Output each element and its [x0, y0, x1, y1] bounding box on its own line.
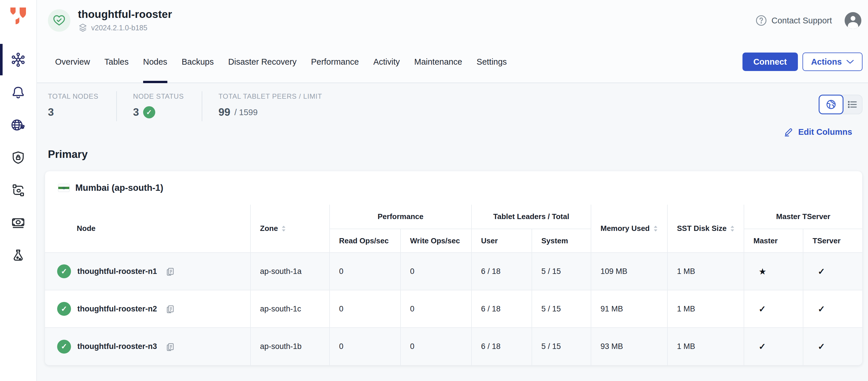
node-healthy-icon: ✓ [57, 302, 71, 316]
contact-support-label: Contact Support [771, 16, 832, 25]
tserver-check-icon: ✓ [803, 328, 862, 365]
user-tablets-cell: 6 / 18 [471, 328, 532, 365]
connect-button[interactable]: Connect [742, 53, 798, 71]
sidebar [0, 0, 37, 381]
col-header-tserver: TServer [803, 229, 862, 253]
tab-performance[interactable]: Performance [304, 41, 366, 83]
stat-label: NODE STATUS [133, 92, 184, 100]
pencil-icon [784, 127, 794, 137]
healthy-check-icon: ✓ [143, 106, 155, 118]
stat-value: 3 [133, 106, 139, 118]
tab-activity[interactable]: Activity [366, 41, 407, 83]
table-row[interactable]: ✓ thoughtful-rooster-n2 ap-sout [45, 290, 862, 328]
write-ops-cell: 0 [401, 328, 471, 365]
contact-support-link[interactable]: Contact Support [755, 14, 832, 27]
memory-used-cell: 91 MB [591, 290, 668, 328]
zone-cell: ap-south-1b [250, 328, 330, 365]
stat-limit: / 1599 [234, 108, 258, 117]
tab-tables[interactable]: Tables [97, 41, 136, 83]
col-header-master: Master [744, 229, 803, 253]
zone-cell: ap-south-1c [250, 290, 330, 328]
system-tablets-cell: 5 / 15 [532, 328, 591, 365]
india-flag-icon [58, 184, 69, 192]
globe-icon [826, 99, 837, 110]
col-header-node: Node [45, 205, 250, 253]
master-check-icon: ✓ [744, 328, 803, 365]
read-ops-cell: 0 [330, 253, 401, 290]
tserver-check-icon: ✓ [803, 290, 862, 328]
write-ops-cell: 0 [401, 253, 471, 290]
tab-settings[interactable]: Settings [469, 41, 514, 83]
table-row[interactable]: ✓ thoughtful-rooster-n3 ap-sout [45, 328, 862, 365]
edit-columns-button[interactable]: Edit Columns [784, 127, 852, 137]
col-group-tablet-leaders: Tablet Leaders / Total [471, 205, 591, 229]
sst-disk-size-cell: 1 MB [668, 328, 744, 365]
node-healthy-icon: ✓ [57, 340, 71, 354]
node-name: thoughtful-rooster-n3 [78, 342, 157, 351]
read-ops-cell: 0 [330, 328, 401, 365]
billing-icon [11, 215, 26, 230]
col-header-memory-label: Memory Used [600, 224, 650, 233]
zone-cell: ap-south-1a [250, 253, 330, 290]
sidebar-item-network[interactable] [0, 109, 36, 141]
actions-button-label: Actions [811, 57, 842, 67]
tab-overview[interactable]: Overview [48, 41, 97, 83]
chevron-down-icon [846, 59, 854, 64]
user-tablets-cell: 6 / 18 [471, 253, 532, 290]
question-circle-icon [755, 14, 767, 27]
stat-node-status: NODE STATUS 3 ✓ [133, 91, 202, 121]
table-row[interactable]: ✓ thoughtful-rooster-n1 ap-sout [45, 253, 862, 290]
layers-icon [78, 23, 88, 33]
memory-used-cell: 109 MB [591, 253, 668, 290]
list-view-button[interactable] [843, 95, 862, 114]
map-view-button[interactable] [819, 95, 843, 114]
col-header-sst-disk-size[interactable]: SST Disk Size [668, 205, 744, 253]
node-name: thoughtful-rooster-n1 [78, 267, 157, 276]
copy-icon[interactable] [165, 266, 176, 276]
stat-label: TOTAL TABLET PEERS / LIMIT [218, 92, 322, 100]
master-check-icon: ✓ [744, 290, 803, 328]
col-group-master-tserver: Master TServer [744, 205, 862, 229]
yugabyte-logo-icon[interactable] [10, 7, 27, 25]
tab-backups[interactable]: Backups [175, 41, 221, 83]
copy-icon[interactable] [165, 342, 176, 352]
col-header-memory-used[interactable]: Memory Used [591, 205, 668, 253]
stat-value: 3 [48, 106, 54, 118]
user-avatar[interactable] [845, 12, 861, 29]
stat-value: 99 [218, 106, 230, 118]
edit-columns-label: Edit Columns [798, 127, 852, 137]
col-header-zone[interactable]: Zone [250, 205, 330, 253]
tserver-check-icon: ✓ [803, 253, 862, 290]
sidebar-item-integrations[interactable] [0, 174, 36, 206]
tab-disaster-recovery[interactable]: Disaster Recovery [221, 41, 304, 83]
sort-icon [730, 225, 735, 232]
master-leader-star-icon: ★ [744, 253, 803, 290]
integrations-icon [11, 183, 26, 198]
col-group-performance: Performance [330, 205, 471, 229]
sidebar-item-alerts[interactable] [0, 76, 36, 109]
nodes-table: Node Zone Performance Tablet Leaders / T… [45, 205, 862, 365]
col-header-user: User [471, 229, 532, 253]
sidebar-item-clusters[interactable] [0, 43, 36, 76]
region-card: Mumbai (ap-south-1) Node Zone [45, 171, 863, 365]
tab-bar: Overview Tables Nodes Backups Disaster R… [37, 41, 868, 83]
copy-icon[interactable] [165, 304, 176, 314]
stat-tablet-peers: TOTAL TABLET PEERS / LIMIT 99 / 1599 [218, 91, 340, 121]
actions-button[interactable]: Actions [803, 53, 863, 71]
tab-nodes[interactable]: Nodes [136, 41, 175, 83]
version-label: v2024.2.1.0-b185 [91, 24, 148, 32]
col-header-write-ops: Write Ops/sec [401, 229, 471, 253]
system-tablets-cell: 5 / 15 [532, 290, 591, 328]
tab-maintenance[interactable]: Maintenance [407, 41, 469, 83]
sidebar-item-labs[interactable] [0, 239, 36, 272]
sidebar-item-security[interactable] [0, 141, 36, 174]
section-title: Primary [37, 137, 868, 160]
region-name: Mumbai (ap-south-1) [75, 183, 163, 193]
heart-check-icon [53, 14, 65, 27]
sidebar-item-billing[interactable] [0, 206, 36, 239]
stats-row: TOTAL NODES 3 NODE STATUS 3 ✓ TOTAL TABL… [37, 83, 868, 124]
list-icon [847, 99, 858, 110]
sort-icon [281, 225, 286, 232]
view-toggle [819, 95, 863, 114]
stat-total-nodes: TOTAL NODES 3 [48, 91, 117, 121]
